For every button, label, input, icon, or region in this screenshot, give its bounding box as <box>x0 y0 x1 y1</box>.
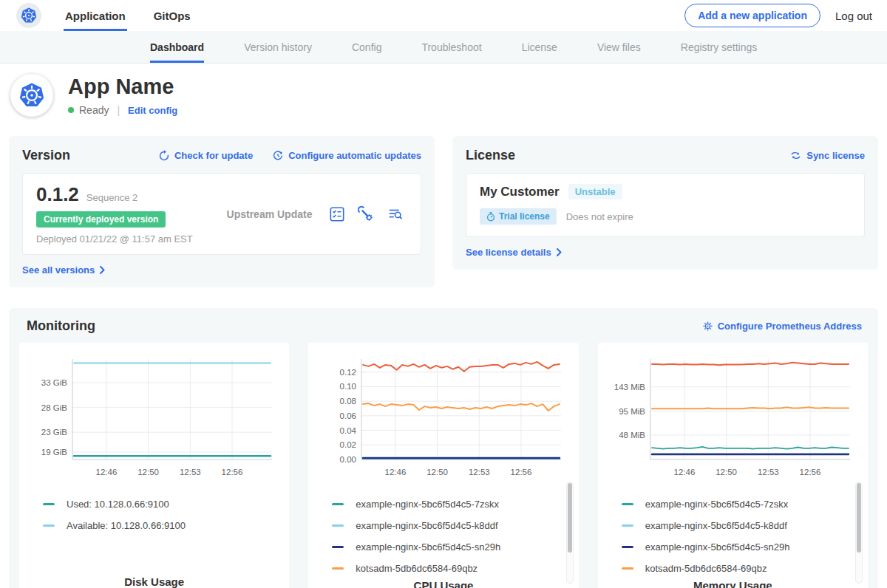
configure-prometheus-link[interactable]: Configure Prometheus Address <box>702 321 862 332</box>
legend-color-dash <box>622 524 633 527</box>
scrollbar-thumb[interactable] <box>857 483 861 553</box>
disk-usage-chart-card: 33 GiB28 GiB23 GiB19 GiB12:4612:5012:531… <box>19 343 289 588</box>
legend-item: Used: 10.128.0.66:9100 <box>43 493 283 515</box>
subnav-tab-config[interactable]: Config <box>352 31 381 63</box>
legend-label: example-nginx-5bc6f5d4c5-k8ddf <box>645 520 787 531</box>
topnav-tab-application[interactable]: Application <box>64 0 127 31</box>
license-card: License Sync license My Customer Unstabl… <box>452 136 878 270</box>
svg-text:0.00: 0.00 <box>340 455 356 464</box>
legend-label: Used: 10.128.0.66:9100 <box>67 499 169 510</box>
license-type-badge: Trial license <box>480 208 557 225</box>
topnav-tab-gitops[interactable]: GitOps <box>152 0 192 31</box>
legend-item: example-nginx-5bc6f5d4c5-7zskx <box>622 493 862 515</box>
configure-automatic-updates-link[interactable]: Configure automatic updates <box>272 150 421 162</box>
topnav-tabs: ApplicationGitOps <box>64 0 217 31</box>
deployed-badge: Currently deployed version <box>36 211 166 228</box>
svg-text:0.06: 0.06 <box>340 411 356 420</box>
legend-label: example-nginx-5bc6f5d4c5-k8ddf <box>356 520 497 531</box>
legend-item: example-nginx-5bc6f5d4c5-7zskx <box>332 493 572 515</box>
gear-icon <box>702 321 713 332</box>
svg-text:95 MiB: 95 MiB <box>619 407 646 416</box>
legend-item: example-nginx-5bc6f5d4c5-k8ddf <box>332 515 572 536</box>
legend-color-dash <box>43 503 55 505</box>
top-nav: ApplicationGitOps Add a new application … <box>0 0 887 31</box>
chevron-right-icon <box>557 248 562 256</box>
svg-text:33 GiB: 33 GiB <box>41 378 67 387</box>
monitoring-section: Monitoring Configure Prometheus Address … <box>9 308 878 588</box>
cpu-usage-legend: example-nginx-5bc6f5d4c5-7zskxexample-ng… <box>332 493 572 579</box>
memory-usage-chart: 143 MiB95 MiB48 MiB12:4612:5012:5312:56 <box>608 352 857 485</box>
legend-color-dash <box>43 524 55 527</box>
svg-text:12:46: 12:46 <box>674 468 696 476</box>
subnav-tab-version-history[interactable]: Version history <box>244 31 312 63</box>
disk-usage-chart: 33 GiB28 GiB23 GiB19 GiB12:4612:5012:531… <box>30 352 279 485</box>
svg-text:0.08: 0.08 <box>340 397 356 406</box>
version-card: Version Check for update <box>9 136 435 287</box>
app-sub-nav: DashboardVersion historyConfigTroublesho… <box>0 31 887 64</box>
svg-text:0.04: 0.04 <box>340 426 357 435</box>
legend-scrollbar[interactable] <box>566 482 574 584</box>
subnav-tab-troubleshoot[interactable]: Troubleshoot <box>421 31 481 63</box>
license-panel: My Customer Unstable Trial license Does … <box>466 173 865 237</box>
divider: | <box>117 104 120 116</box>
cpu-usage-chart-card: 0.120.100.080.060.040.020.0012:4612:5012… <box>308 343 578 588</box>
subnav-tab-registry-settings[interactable]: Registry settings <box>681 31 757 63</box>
deploy-logs-search-icon[interactable] <box>387 206 404 222</box>
legend-label: example-nginx-5bc6f5d4c5-7zskx <box>356 499 499 510</box>
chart-title: CPU Usage <box>314 579 572 588</box>
preflight-checklist-icon[interactable] <box>329 206 345 222</box>
legend-label: Available: 10.128.0.66:9100 <box>67 520 186 531</box>
cpu-usage-chart: 0.120.100.080.060.040.020.0012:4612:5012… <box>319 352 568 485</box>
disk-usage-legend: Used: 10.128.0.66:9100Available: 10.128.… <box>43 493 283 536</box>
see-license-details-link[interactable]: See license details <box>466 247 865 258</box>
chevron-right-icon <box>100 266 105 274</box>
status-dot <box>68 107 74 113</box>
current-version-panel: 0.1.2 Sequence 2 Currently deployed vers… <box>22 173 421 255</box>
svg-text:143 MiB: 143 MiB <box>614 383 646 392</box>
svg-text:12:50: 12:50 <box>426 468 448 476</box>
subnav-tab-license[interactable]: License <box>522 31 557 63</box>
chart-title: Disk Usage <box>25 575 283 588</box>
kubernetes-app-icon <box>18 81 46 109</box>
subnav-tab-dashboard[interactable]: Dashboard <box>150 31 204 63</box>
legend-color-dash <box>332 567 344 570</box>
legend-item: kotsadm-5db6dc6584-69qbz <box>622 558 862 579</box>
sync-license-link[interactable]: Sync license <box>789 150 865 161</box>
legend-color-dash <box>622 503 633 505</box>
version-source-label: Upstream Update <box>210 208 329 220</box>
legend-color-dash <box>332 503 344 505</box>
channel-badge: Unstable <box>568 184 622 199</box>
legend-label: example-nginx-5bc6f5d4c5-sn29h <box>356 541 500 553</box>
status-text: Ready <box>79 104 109 116</box>
customer-name: My Customer <box>480 185 560 199</box>
add-application-button[interactable]: Add a new application <box>684 4 820 27</box>
version-card-title: Version <box>22 148 70 163</box>
version-sequence: Sequence 2 <box>86 192 137 203</box>
license-card-title: License <box>466 148 515 163</box>
check-for-update-link[interactable]: Check for update <box>158 150 253 162</box>
legend-color-dash <box>622 567 633 570</box>
chart-title: Memory Usage <box>604 579 862 588</box>
see-all-versions-link[interactable]: See all versions <box>22 264 421 276</box>
scrollbar-thumb[interactable] <box>568 483 572 553</box>
refresh-icon <box>158 150 170 162</box>
stopwatch-icon <box>486 212 495 222</box>
legend-color-dash <box>332 546 344 548</box>
legend-scrollbar[interactable] <box>855 482 863 584</box>
legend-item: example-nginx-5bc6f5d4c5-sn29h <box>622 536 862 558</box>
sync-arrows-icon <box>789 150 802 161</box>
svg-text:12:56: 12:56 <box>800 468 821 476</box>
config-wrench-gear-icon[interactable] <box>358 206 374 222</box>
svg-text:0.02: 0.02 <box>340 440 356 449</box>
svg-text:48 MiB: 48 MiB <box>619 431 646 440</box>
logout-button[interactable]: Log out <box>835 10 872 22</box>
legend-color-dash <box>622 546 633 548</box>
edit-config-link[interactable]: Edit config <box>128 105 177 116</box>
version-number: 0.1.2 <box>36 183 79 206</box>
monitoring-title: Monitoring <box>27 318 95 334</box>
legend-label: kotsadm-5db6dc6584-69qbz <box>645 563 767 574</box>
subnav-tab-view-files[interactable]: View files <box>597 31 641 63</box>
legend-color-dash <box>332 524 344 527</box>
legend-item: kotsadm-5db6dc6584-69qbz <box>332 558 572 579</box>
svg-text:12:56: 12:56 <box>221 468 242 476</box>
